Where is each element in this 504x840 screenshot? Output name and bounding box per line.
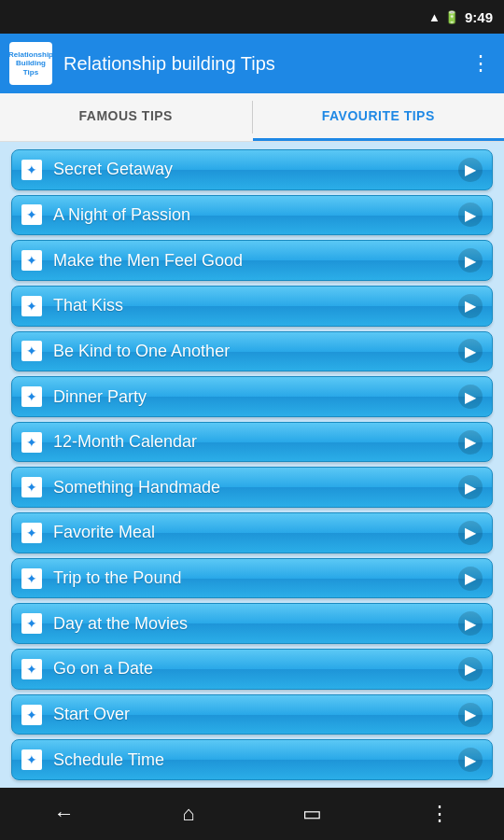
item-label: Schedule Time xyxy=(53,750,447,770)
arrow-icon: ▶ xyxy=(458,748,483,772)
puzzle-icon xyxy=(21,250,42,271)
item-label: Go on a Date xyxy=(53,659,447,679)
app-logo: RelationshipBuildingTips xyxy=(9,42,52,85)
arrow-icon: ▶ xyxy=(458,385,483,409)
puzzle-icon xyxy=(21,296,42,316)
item-label: Day at the Movies xyxy=(53,614,447,634)
list-item[interactable]: Start Over▶ xyxy=(11,694,493,735)
app-title: Relationship building Tips xyxy=(63,53,455,75)
list-item[interactable]: Make the Men Feel Good▶ xyxy=(11,240,493,281)
tab-favourite[interactable]: FAVOURITE TIPS xyxy=(253,93,505,141)
item-label: A Night of Passion xyxy=(53,205,447,225)
arrow-icon: ▶ xyxy=(458,158,483,182)
item-label: Be Kind to One Another xyxy=(53,342,447,361)
puzzle-icon xyxy=(21,613,42,634)
arrow-icon: ▶ xyxy=(458,475,483,499)
puzzle-icon xyxy=(21,523,42,543)
item-label: Something Handmade xyxy=(53,478,447,497)
status-icons: ▲ 🔋 xyxy=(428,10,459,24)
arrow-icon: ▶ xyxy=(458,248,483,273)
arrow-icon: ▶ xyxy=(458,203,483,227)
arrow-icon: ▶ xyxy=(458,294,483,318)
puzzle-icon xyxy=(21,568,42,589)
arrow-icon: ▶ xyxy=(458,703,483,727)
puzzle-icon xyxy=(21,386,42,407)
puzzle-icon xyxy=(21,749,42,770)
item-label: 12-Month Calendar xyxy=(53,432,447,452)
arrow-icon: ▶ xyxy=(458,430,483,455)
list-item[interactable]: Favorite Meal▶ xyxy=(11,512,493,553)
more-button[interactable]: ⋮ xyxy=(411,794,469,833)
list-item[interactable]: Day at the Movies▶ xyxy=(11,603,493,644)
list-item[interactable]: 12-Month Calendar▶ xyxy=(11,422,493,463)
item-label: That Kiss xyxy=(53,296,447,315)
arrow-icon: ▶ xyxy=(458,657,483,681)
list-item[interactable]: Secret Getaway▶ xyxy=(11,149,493,190)
list-item[interactable]: Trip to the Pound▶ xyxy=(11,558,493,599)
back-button[interactable]: ← xyxy=(35,794,93,833)
home-button[interactable]: ⌂ xyxy=(163,794,213,833)
item-label: Trip to the Pound xyxy=(53,568,447,588)
list-item[interactable]: Something Handmade▶ xyxy=(11,467,493,508)
status-bar: ▲ 🔋 9:49 xyxy=(0,0,504,34)
more-menu-icon[interactable]: ⋮ xyxy=(467,48,495,79)
puzzle-icon xyxy=(21,160,42,180)
list-item[interactable]: Dinner Party▶ xyxy=(11,376,493,417)
status-time: 9:49 xyxy=(465,9,493,25)
arrow-icon: ▶ xyxy=(458,339,483,363)
item-label: Dinner Party xyxy=(53,387,447,407)
arrow-icon: ▶ xyxy=(458,521,483,545)
puzzle-icon xyxy=(21,432,42,453)
list-item[interactable]: A Night of Passion▶ xyxy=(11,195,493,236)
item-label: Start Over xyxy=(53,705,447,724)
tab-famous[interactable]: FAMOUS TIPS xyxy=(0,93,252,141)
puzzle-icon xyxy=(21,705,42,725)
tab-bar: FAMOUS TIPS FAVOURITE TIPS xyxy=(0,93,504,142)
puzzle-icon xyxy=(21,477,42,497)
signal-icon: ▲ xyxy=(428,10,441,24)
item-label: Secret Getaway xyxy=(53,160,447,179)
puzzle-icon xyxy=(21,659,42,679)
list-container: Secret Getaway▶A Night of Passion▶Make t… xyxy=(0,142,504,788)
list-item[interactable]: Be Kind to One Another▶ xyxy=(11,331,493,372)
list-item[interactable]: Go on a Date▶ xyxy=(11,649,493,690)
puzzle-icon xyxy=(21,341,42,361)
puzzle-icon xyxy=(21,204,42,225)
list-item[interactable]: Schedule Time▶ xyxy=(11,739,493,780)
arrow-icon: ▶ xyxy=(458,567,483,591)
bottom-nav: ← ⌂ ▭ ⋮ xyxy=(0,788,504,840)
item-label: Favorite Meal xyxy=(53,523,447,542)
battery-icon: 🔋 xyxy=(444,10,459,24)
app-bar: RelationshipBuildingTips Relationship bu… xyxy=(0,34,504,93)
list-item[interactable]: That Kiss▶ xyxy=(11,286,493,327)
arrow-icon: ▶ xyxy=(458,611,483,636)
item-label: Make the Men Feel Good xyxy=(53,251,447,271)
recent-button[interactable]: ▭ xyxy=(284,794,341,833)
